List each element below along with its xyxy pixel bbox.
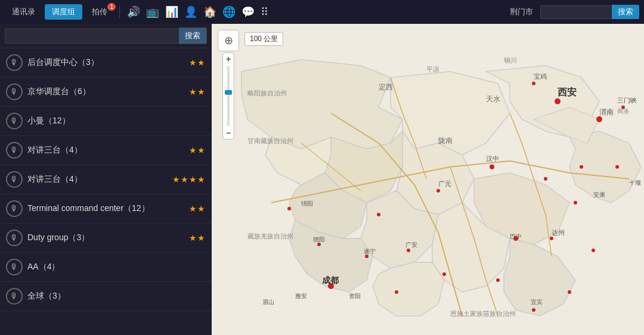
tab-contacts[interactable]: 通讯录	[5, 4, 42, 20]
grid-icon[interactable]: ⠿	[261, 5, 268, 18]
item-stars: ★★	[189, 145, 206, 155]
mic-icon: 🎙	[6, 200, 23, 217]
list-item[interactable]: 🎙 对讲三台（4） ★★★★	[0, 165, 212, 194]
monitor-icon[interactable]: 📺	[146, 5, 159, 18]
svg-point-5	[490, 165, 494, 169]
item-label: 京华调度台（6）	[27, 86, 184, 97]
svg-text:德阳: 德阳	[313, 236, 325, 243]
list-item[interactable]: 🎙 Duty group（3） ★★	[0, 224, 212, 253]
item-stars: ★★	[189, 58, 206, 67]
svg-point-19	[442, 272, 446, 276]
zoom-in-button[interactable]: +	[222, 53, 234, 65]
svg-text:眉山: 眉山	[262, 299, 274, 305]
mic-icon: 🎙	[6, 54, 23, 71]
svg-text:渭南: 渭南	[599, 108, 614, 116]
list-item[interactable]: 🎙 京华调度台（6） ★★	[0, 77, 212, 107]
city-label: 荆门市	[510, 7, 533, 17]
top-search-button[interactable]: 搜索	[612, 5, 639, 19]
svg-text:达州: 达州	[552, 229, 565, 236]
sidebar-search-input[interactable]	[5, 29, 179, 44]
svg-point-9	[574, 201, 577, 204]
map-svg: 西安 渭南 宝鸡 三门峡 商洛 安康 十堰 汉中 广元 达州 巴中 成都 遂宁 …	[212, 24, 644, 335]
item-stars: ★★	[189, 233, 206, 243]
svg-point-13	[496, 278, 500, 282]
svg-text:广元: 广元	[438, 180, 451, 187]
item-label: AA（4）	[27, 262, 201, 272]
item-stars: ★★	[189, 204, 206, 213]
svg-text:雅安: 雅安	[295, 293, 307, 299]
compass-button[interactable]: ⊕	[218, 30, 239, 51]
top-search-input[interactable]	[540, 5, 612, 19]
chat-icon[interactable]: 💬	[242, 5, 255, 18]
zoom-control: + −	[222, 52, 234, 139]
svg-point-1	[555, 98, 561, 104]
mic-icon: 🎙	[6, 142, 23, 159]
svg-text:资阳: 资阳	[349, 293, 361, 299]
svg-point-7	[580, 165, 583, 169]
sidebar-search-button[interactable]: 搜索	[179, 27, 207, 44]
list-item[interactable]: 🎙 后台调度中心（3） ★★	[0, 48, 212, 77]
svg-text:平凉: 平凉	[426, 66, 439, 73]
svg-text:陇南: 陇南	[438, 137, 453, 145]
svg-text:甘南藏族自治州: 甘南藏族自治州	[247, 137, 293, 144]
top-nav: 通讯录 调度组 拍传 1 🔊 📺 📊 👤 🏠 🌐 💬 ⠿ 荆门市 搜索	[0, 0, 644, 24]
list-item[interactable]: 🎙 Terminal command center（12） ★★	[0, 194, 212, 224]
tab-upload[interactable]: 拍传 1	[85, 4, 114, 20]
mic-icon: 🎙	[6, 229, 23, 246]
user-icon[interactable]: 👤	[184, 5, 197, 18]
zoom-slider-thumb[interactable]	[225, 90, 232, 95]
item-label: Duty group（3）	[27, 232, 184, 243]
home-icon[interactable]: 🏠	[203, 5, 216, 18]
svg-point-6	[544, 177, 547, 181]
svg-text:藏族羌族自治州: 藏族羌族自治州	[247, 232, 293, 240]
svg-point-8	[615, 165, 619, 169]
svg-text:恩施土家族苗族自治州: 恩施土家族苗族自治州	[450, 310, 516, 317]
svg-text:三门峡: 三门峡	[617, 97, 637, 104]
nav-separator	[119, 6, 120, 18]
item-stars: ★★	[189, 87, 206, 97]
svg-point-11	[550, 237, 553, 240]
tab-dispatch[interactable]: 调度组	[45, 4, 82, 20]
chart-icon[interactable]: 📊	[165, 5, 178, 18]
main-content: 搜索 🎙 后台调度中心（3） ★★ 🎙 京华调度台（6） ★★ 🎙 小曼（12）…	[0, 24, 644, 335]
map-controls: ⊕ + −	[218, 30, 239, 139]
svg-text:安康: 安康	[593, 191, 605, 198]
svg-text:天水: 天水	[486, 95, 500, 103]
svg-text:宝鸡: 宝鸡	[534, 73, 547, 80]
zoom-out-button[interactable]: −	[222, 127, 234, 139]
svg-text:遂宁: 遂宁	[364, 248, 376, 255]
speaker-icon[interactable]: 🔊	[127, 5, 140, 18]
svg-point-15	[377, 213, 380, 216]
item-label: Terminal command center（12）	[27, 203, 184, 214]
svg-text:略阳族自治州: 略阳族自治州	[247, 89, 287, 97]
list-item[interactable]: 🎙 全球（3）	[0, 282, 212, 311]
svg-point-24	[532, 308, 535, 312]
svg-point-21	[317, 243, 321, 246]
list-item[interactable]: 🎙 小曼（12）	[0, 107, 212, 136]
mic-icon: 🎙	[6, 113, 23, 129]
nav-icons: 🔊 📺 📊 👤 🏠 🌐 💬 ⠿	[127, 5, 268, 18]
svg-point-18	[407, 249, 410, 252]
svg-point-14	[436, 189, 440, 193]
svg-point-2	[596, 116, 602, 122]
mic-icon: 🎙	[6, 288, 23, 305]
svg-text:绵阳: 绵阳	[301, 200, 313, 207]
svg-text:汉中: 汉中	[486, 155, 499, 162]
map-scale: 100 公里	[244, 32, 283, 46]
svg-text:定西: 定西	[379, 83, 393, 91]
mic-icon: 🎙	[6, 259, 23, 275]
svg-point-23	[568, 290, 571, 294]
mic-icon: 🎙	[6, 171, 23, 188]
svg-point-22	[287, 207, 291, 210]
svg-point-17	[365, 255, 369, 258]
map-area[interactable]: 西安 渭南 宝鸡 三门峡 商洛 安康 十堰 汉中 广元 达州 巴中 成都 遂宁 …	[212, 24, 644, 335]
zoom-slider-track	[227, 66, 230, 126]
svg-text:西安: 西安	[558, 86, 577, 97]
list-item[interactable]: 🎙 AA（4）	[0, 253, 212, 282]
svg-text:广安: 广安	[405, 241, 417, 248]
svg-text:宜宾: 宜宾	[531, 299, 543, 305]
top-search-box: 搜索	[540, 5, 639, 19]
svg-point-12	[592, 249, 595, 252]
globe-icon[interactable]: 🌐	[222, 5, 236, 18]
list-item[interactable]: 🎙 对讲三台（4） ★★	[0, 136, 212, 165]
